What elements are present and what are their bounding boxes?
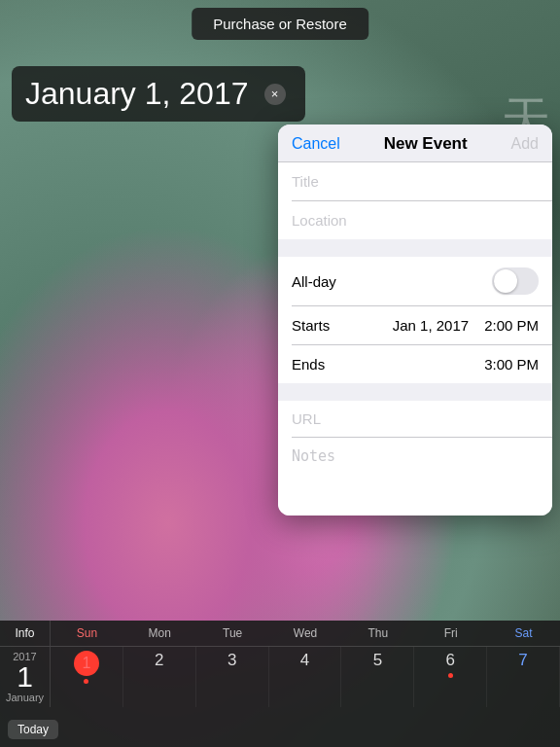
notes-input[interactable] — [278, 438, 552, 516]
calendar-strip: Info Sun Mon Tue Wed Thu Fri Sat 2017 1 … — [0, 621, 560, 747]
cal-col-4[interactable]: 4 — [269, 647, 342, 707]
cal-col-7[interactable]: 7 — [487, 647, 560, 707]
section-gap-2 — [278, 383, 552, 401]
allday-label: All-day — [292, 273, 336, 290]
section-gap-1 — [278, 239, 552, 257]
allday-toggle[interactable] — [492, 267, 539, 295]
ends-value: 3:00 PM — [484, 356, 539, 373]
cal-dot-1 — [84, 679, 88, 684]
title-location-section — [278, 162, 552, 239]
cal-header-tue: Tue — [196, 622, 269, 645]
date-header-panel: January 1, 2017 × — [12, 66, 305, 122]
cal-header-fri: Fri — [414, 622, 487, 645]
cal-header-sun: Sun — [51, 622, 123, 645]
title-input[interactable] — [278, 162, 552, 200]
ends-label: Ends — [292, 356, 325, 373]
purchase-restore-button[interactable]: Purchase or Restore — [192, 8, 368, 40]
cal-header-mon: Mon — [123, 622, 196, 645]
cal-header-thu: Thu — [341, 622, 414, 645]
cal-header-wed: Wed — [269, 622, 342, 645]
url-notes-section — [278, 401, 552, 516]
ends-time: 3:00 PM — [484, 356, 539, 373]
cal-col-3[interactable]: 3 — [196, 647, 269, 707]
cal-col-5[interactable]: 5 — [341, 647, 414, 707]
calendar-grid: 1 2 3 4 5 6 7 — [51, 647, 560, 707]
modal-header: Cancel New Event Add — [278, 124, 552, 162]
calendar-side-info: 2017 1 January — [0, 647, 51, 707]
location-input[interactable] — [278, 201, 552, 239]
cal-col-1[interactable]: 1 — [51, 647, 123, 707]
allday-section: All-day Starts Jan 1, 2017 2:00 PM Ends … — [278, 257, 552, 383]
calendar-header-row: Info Sun Mon Tue Wed Thu Fri Sat — [0, 621, 560, 647]
cal-day-7: 7 — [518, 651, 527, 670]
cancel-button[interactable]: Cancel — [292, 135, 340, 153]
cal-day-6: 6 — [445, 651, 454, 670]
new-event-modal: Cancel New Event Add All-day Starts Jan … — [278, 124, 552, 516]
cal-col-6[interactable]: 6 — [414, 647, 487, 707]
starts-label: Starts — [292, 317, 330, 334]
cal-day-5: 5 — [373, 651, 382, 670]
starts-time: 2:00 PM — [484, 317, 539, 334]
kanji-decoration: 天 — [500, 58, 550, 62]
cal-day-2: 2 — [155, 651, 163, 670]
cal-header-sat: Sat — [487, 622, 560, 645]
modal-title: New Event — [384, 134, 468, 154]
url-input[interactable] — [278, 401, 552, 437]
ends-row[interactable]: Ends 3:00 PM — [278, 345, 552, 383]
cal-month: January — [6, 692, 44, 703]
starts-value: Jan 1, 2017 2:00 PM — [393, 317, 539, 334]
calendar-body: 2017 1 January 1 2 3 4 5 6 — [0, 647, 560, 707]
calendar-info-header: Info — [0, 621, 51, 646]
add-button[interactable]: Add — [511, 135, 539, 153]
cal-day-1: 1 — [74, 651, 99, 676]
cal-day-4: 4 — [300, 651, 309, 670]
allday-row: All-day — [278, 257, 552, 305]
cal-day-3: 3 — [228, 651, 236, 670]
date-header-text: January 1, 2017 — [25, 76, 249, 112]
starts-date: Jan 1, 2017 — [393, 317, 469, 334]
starts-row[interactable]: Starts Jan 1, 2017 2:00 PM — [278, 306, 552, 344]
cal-dot-6 — [448, 673, 453, 678]
cal-col-2[interactable]: 2 — [123, 647, 196, 707]
today-button[interactable]: Today — [8, 720, 58, 739]
close-date-header-button[interactable]: × — [264, 84, 286, 105]
cal-day: 1 — [17, 662, 33, 692]
